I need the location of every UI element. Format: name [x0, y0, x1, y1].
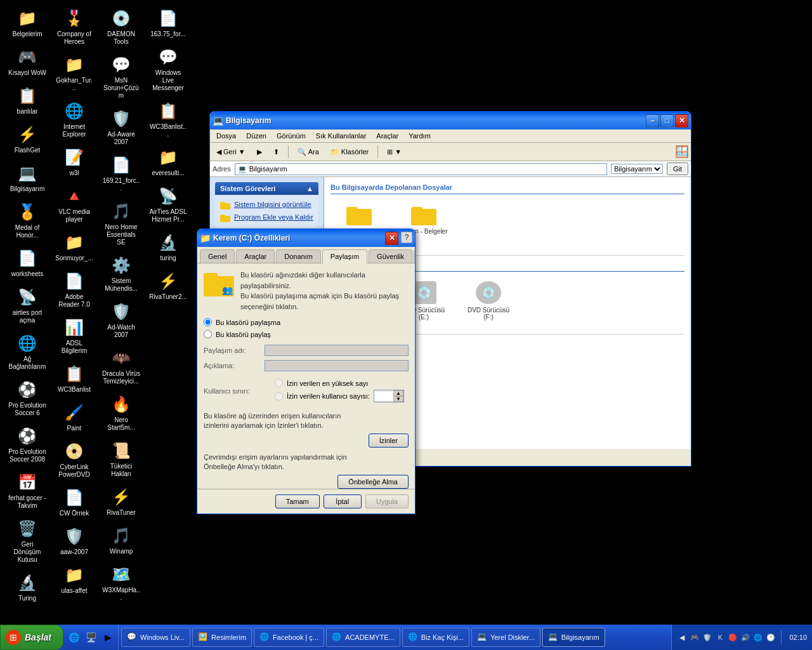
desktop-icon-geri-donusum[interactable]: 🗑️ Geri Dönüşüm Kutusu	[5, 515, 49, 567]
toolbar-back-button[interactable]: ◀ Geri ▼	[212, 146, 250, 158]
izinler-button[interactable]: İzinler	[369, 434, 409, 448]
menu-yardim[interactable]: Yardım	[405, 131, 435, 141]
radio-no-share[interactable]: Bu klasörü paylaşma	[204, 318, 409, 326]
desktop-icon-cw-ornek[interactable]: 📄 CW Örnek	[52, 484, 96, 521]
desktop-icon-wlm[interactable]: 💬 Windows Live Messenger	[146, 44, 190, 95]
desktop-icon-tuketici[interactable]: 📜 Tüketici Hakları	[99, 437, 143, 481]
systray-red[interactable]: 🔴	[728, 632, 738, 642]
desktop-icon-aaw[interactable]: 🛡️ aaw-2007	[52, 523, 96, 559]
tab-genel[interactable]: Genel	[200, 249, 235, 263]
desktop-icon-daemon[interactable]: 💿 DAEMON Tools	[99, 5, 143, 49]
desktop-icon-rivatuner2[interactable]: ⚡ RivaTuner2...	[146, 268, 190, 304]
desktop-icon-dracula[interactable]: 🦇 Dracula Virüs Temizleyici...	[99, 345, 143, 388]
quick-launch-extra[interactable]: ▶	[100, 630, 115, 645]
sidebar-item-system-info[interactable]: Sistem bilgisini görüntüle	[219, 199, 315, 211]
desktop-icon-everulti[interactable]: 📁 everesulti...	[146, 144, 190, 180]
desktop-icon-msn-sorun[interactable]: 💬 MsN Sorun+Çözüm	[99, 51, 143, 103]
desktop-icon-paint[interactable]: 🖌️ Paint	[52, 399, 96, 435]
kerem-dialog-help-button[interactable]: ?	[401, 232, 412, 243]
tab-araclar[interactable]: Araçlar	[236, 249, 275, 263]
content-item-dvd-f[interactable]: 💿 DVD Sürücüsü (F:)	[460, 278, 517, 324]
toolbar-views-button[interactable]: ⊞ ▼	[383, 146, 406, 158]
desktop-icon-medal-honor[interactable]: 🏅 Medal of Honor...	[5, 199, 49, 242]
taskbar-item-0[interactable]: 💬 Windows Liv...	[121, 628, 190, 647]
share-name-input[interactable]	[265, 345, 409, 356]
radio-share-input[interactable]	[204, 330, 212, 338]
desktop-icon-sonmuyor[interactable]: 📁 Sonmuyor_...	[52, 229, 96, 265]
systray-volume[interactable]: 🔊	[740, 632, 750, 642]
user-limit-max[interactable]: İzin verilen en yüksek sayı	[275, 379, 404, 387]
desktop-icon-wc3blist2[interactable]: 📋 WC3Banlist...	[146, 98, 190, 142]
menu-gorunum[interactable]: Görünüm	[273, 131, 310, 141]
toolbar-forward-button[interactable]: ▶	[252, 146, 266, 158]
iptal-button[interactable]: İptal	[324, 494, 362, 508]
user-limit-spinner[interactable]: ▲ ▼	[374, 390, 404, 402]
desktop-icon-proevo[interactable]: ⚽ Pro Evolution Soccer 6	[5, 376, 49, 420]
quick-launch-show-desktop[interactable]: 🖥️	[83, 630, 98, 645]
desktop-icon-company[interactable]: 🎖️ Company of Heroes	[52, 5, 96, 49]
taskbar-item-2[interactable]: 🌐 Facebook | ç...	[254, 628, 324, 647]
toolbar-search-button[interactable]: 🔍 Ara	[293, 146, 324, 158]
desktop-icon-w3xmpha[interactable]: 🗺️ W3XMapHa...	[99, 561, 143, 605]
menu-sik[interactable]: Sık Kullanılanlar	[312, 131, 370, 141]
desktop-icon-adobe[interactable]: 📄 Adobe Reader 7.0	[52, 268, 96, 312]
taskbar-item-3[interactable]: 🌐 ACADEMYTE...	[326, 628, 400, 647]
spinner-down-button[interactable]: ▼	[393, 396, 403, 402]
desktop-icon-force[interactable]: 📄 169.21_forc...	[99, 152, 143, 196]
taskbar-item-5[interactable]: 💻 Yerel Diskler...	[471, 628, 540, 647]
desktop-icon-gokhan-tur[interactable]: 📁 Gokhan_Tur...	[52, 51, 96, 95]
desktop-icon-cyberlink[interactable]: 📀 CyberLink PowerDVD	[52, 438, 96, 482]
taskbar-item-4[interactable]: 🌐 Biz Kaç Kişi...	[402, 628, 469, 647]
user-limit-custom-radio[interactable]	[275, 392, 283, 401]
description-input[interactable]	[265, 360, 409, 371]
start-button[interactable]: ⊞ Başlat	[0, 625, 63, 650]
quick-launch-ie[interactable]: 🌐	[66, 630, 81, 645]
radio-share[interactable]: Bu klasörü paylaş	[204, 330, 409, 338]
user-limit-max-radio[interactable]	[275, 379, 283, 387]
taskbar-item-1[interactable]: 🖼️ Resimlerim	[192, 628, 252, 647]
systray-clock-icon[interactable]: 🕐	[766, 632, 776, 642]
onbellege-alma-button[interactable]: Önbelleğe Alma	[337, 475, 409, 489]
bilgisayarim-minimize-button[interactable]: –	[646, 114, 659, 128]
taskbar-item-6[interactable]: 💻 Bilgisayarım	[542, 628, 605, 647]
sistem-gorevleri-header[interactable]: Sistem Görevleri ▲	[215, 182, 318, 195]
desktop-icon-ag[interactable]: 🌐 Ağ Bağlantılarım	[5, 330, 49, 374]
address-input[interactable]: 💻 Bilgisayarım	[235, 163, 607, 175]
systray-antivirus[interactable]: 🛡️	[702, 632, 712, 642]
sidebar-item-add-remove[interactable]: Program Ekle veya Kaldır	[219, 211, 315, 224]
desktop-icon-ferhat[interactable]: 📅 ferhat gocer - Takvim	[5, 469, 49, 513]
menu-araclar[interactable]: Araçlar	[372, 131, 402, 141]
address-dropdown[interactable]: Bilgisayarım	[611, 164, 663, 174]
desktop-icon-airties2[interactable]: 📡 AirTies ADSL Hizmet Pr...	[146, 183, 190, 227]
systray-network[interactable]: 🌐	[753, 632, 763, 642]
tab-donanim[interactable]: Donanım	[276, 249, 321, 263]
desktop-icon-flashget[interactable]: ⚡ FlashGet	[5, 121, 49, 157]
tab-guvenlik[interactable]: Güvenlik	[369, 249, 412, 263]
tamam-button[interactable]: Tamam	[275, 494, 320, 508]
go-button[interactable]: Git	[667, 162, 688, 175]
desktop-icon-ie[interactable]: 🌐 Internet Explorer	[52, 98, 96, 142]
user-limit-spinner-input[interactable]	[374, 392, 393, 401]
menu-dosya[interactable]: Dosya	[213, 131, 240, 141]
desktop-icon-nero-start[interactable]: 🔥 Nero Start5m...	[99, 391, 143, 435]
systray-k[interactable]: K	[715, 632, 725, 642]
bilgisayarim-maximize-button[interactable]: □	[660, 114, 674, 128]
desktop-icon-nero-home[interactable]: 🎵 Nero Home Essentials SE	[99, 198, 143, 249]
tab-paylasim[interactable]: Paylaşım	[322, 249, 367, 263]
desktop-icon-proevo2[interactable]: ⚽ Pro Evolution Soccer 2008	[5, 423, 49, 467]
desktop-icon-sistem-muh[interactable]: ⚙️ Sistem Mühendis...	[99, 252, 143, 296]
desktop-icon-adwatch[interactable]: 🛡️ Ad-Watch 2007	[99, 298, 143, 342]
desktop-icon-belgelerim[interactable]: 📁 Belgelerim	[5, 5, 49, 41]
desktop-icon-adaware[interactable]: 🛡️ Ad-Aware 2007	[99, 105, 143, 149]
tab-kota[interactable]: Kota	[414, 249, 416, 263]
desktop-icon-turing[interactable]: 🔬 Turing	[5, 569, 49, 606]
desktop-icon-kisayol-wow[interactable]: 🎮 Kısayol WoW	[5, 44, 49, 80]
toolbar-folders-button[interactable]: 📁 Klasörler	[326, 146, 373, 158]
user-limit-custom[interactable]: İzin verilen kullanıcı sayısı: ▲ ▼	[275, 390, 404, 402]
desktop-icon-w3l[interactable]: 📝 w3l	[52, 144, 96, 180]
menu-duzen[interactable]: Düzen	[242, 131, 270, 141]
uygula-button[interactable]: Uygula	[365, 494, 409, 508]
radio-no-share-input[interactable]	[204, 318, 212, 326]
desktop-icon-winamp[interactable]: 🎵 Winamp	[99, 522, 143, 559]
desktop-icon-airties[interactable]: 📡 airties port açma	[5, 284, 49, 328]
